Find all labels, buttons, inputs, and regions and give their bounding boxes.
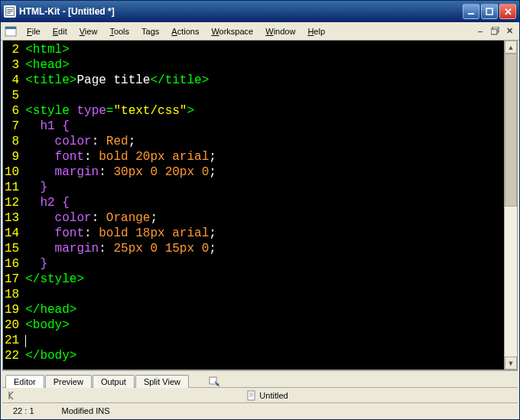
line-number: 2: [5, 42, 19, 57]
close-button[interactable]: ✕: [499, 4, 516, 19]
code-line[interactable]: [25, 333, 501, 348]
line-number: 6: [5, 103, 19, 119]
svg-rect-1: [468, 13, 474, 15]
tab-editor[interactable]: Editor: [5, 375, 44, 388]
code-line[interactable]: font: bold 20px arial;: [25, 149, 501, 164]
mdi-restore-button[interactable]: [488, 25, 502, 37]
line-number: 5: [5, 88, 19, 103]
scroll-track[interactable]: [505, 54, 517, 357]
code-line[interactable]: }: [25, 256, 501, 272]
line-number: 20: [5, 317, 19, 333]
tab-preview[interactable]: Preview: [45, 375, 92, 388]
scroll-down-button[interactable]: ▼: [505, 357, 517, 370]
scroll-up-button[interactable]: ▲: [505, 41, 517, 54]
code-line[interactable]: color: Orange;: [25, 210, 501, 226]
code-line[interactable]: [25, 88, 501, 103]
line-number: 17: [5, 272, 19, 287]
docbar-prev-button[interactable]: [2, 390, 18, 401]
minimize-button[interactable]: [463, 4, 479, 19]
app-icon: [4, 5, 16, 18]
code-line[interactable]: <html>: [25, 42, 501, 57]
document-bar: Untitled: [2, 387, 518, 402]
svg-rect-6: [491, 29, 497, 34]
menu-workspace[interactable]: Workspace: [205, 24, 259, 38]
code-line[interactable]: h2 {: [25, 195, 501, 210]
document-icon: [247, 390, 256, 401]
window-buttons: ✕: [463, 4, 516, 19]
code-line[interactable]: }: [25, 180, 501, 195]
code-line[interactable]: font: bold 18px arial;: [25, 226, 501, 241]
menu-help[interactable]: Help: [301, 24, 331, 38]
status-mode: Modified INS: [57, 406, 115, 415]
code-line[interactable]: color: Red;: [25, 134, 501, 149]
view-tabs: EditorPreviewOutputSplit View: [2, 370, 518, 387]
code-editor[interactable]: <html><head><title>Page title</title> <s…: [22, 41, 504, 370]
line-number: 3: [5, 57, 19, 73]
line-number: 8: [5, 134, 19, 149]
line-number: 12: [5, 195, 19, 210]
line-number: 19: [5, 302, 19, 317]
menu-edit[interactable]: Edit: [47, 24, 73, 38]
menu-view[interactable]: View: [73, 24, 104, 38]
code-line[interactable]: </head>: [25, 302, 501, 317]
document-title[interactable]: Untitled: [18, 390, 518, 401]
line-number: 14: [5, 226, 19, 241]
line-number: 21: [5, 333, 19, 348]
menu-tools[interactable]: Tools: [103, 24, 135, 38]
line-number: 11: [5, 180, 19, 195]
line-number: 16: [5, 256, 19, 272]
mdi-minimize-button[interactable]: –: [473, 25, 487, 37]
document-title-text: Untitled: [259, 391, 288, 400]
line-gutter: 2345678910111213141516171819202122: [3, 41, 22, 370]
mdi-close-button[interactable]: ✕: [502, 25, 516, 37]
code-line[interactable]: <head>: [25, 57, 501, 73]
code-line[interactable]: [25, 287, 501, 302]
editor-area: 2345678910111213141516171819202122 <html…: [2, 41, 518, 370]
menu-window[interactable]: Window: [259, 24, 301, 38]
code-line[interactable]: h1 {: [25, 119, 501, 134]
code-line[interactable]: <title>Page title</title>: [25, 73, 501, 88]
line-number: 15: [5, 241, 19, 256]
menu-file[interactable]: File: [21, 24, 47, 38]
code-line[interactable]: margin: 30px 0 20px 0;: [25, 164, 501, 180]
vertical-scrollbar[interactable]: ▲ ▼: [504, 41, 517, 370]
maximize-button[interactable]: [481, 4, 498, 19]
svg-rect-4: [5, 27, 16, 29]
code-line[interactable]: <body>: [25, 317, 501, 333]
svg-rect-2: [486, 8, 492, 15]
app-window: HTML-Kit - [Untitled *] ✕ FileEditViewTo…: [0, 0, 520, 420]
menu-actions[interactable]: Actions: [165, 24, 205, 38]
menu-tags[interactable]: Tags: [135, 24, 165, 38]
code-line[interactable]: <style type="text/css">: [25, 103, 501, 119]
svg-rect-8: [248, 391, 255, 400]
code-line[interactable]: </style>: [25, 272, 501, 287]
status-position: 22 : 1: [8, 406, 39, 415]
code-line[interactable]: margin: 25px 0 15px 0;: [25, 241, 501, 256]
code-line[interactable]: </body>: [25, 348, 501, 363]
menu-app-icon[interactable]: [4, 24, 18, 38]
line-number: 10: [5, 164, 19, 180]
statusbar: 22 : 1 Modified INS: [2, 402, 518, 418]
line-number: 13: [5, 210, 19, 226]
titlebar[interactable]: HTML-Kit - [Untitled *] ✕: [1, 1, 519, 22]
line-number: 4: [5, 73, 19, 88]
line-number: 18: [5, 287, 19, 302]
line-number: 9: [5, 149, 19, 164]
tab-output[interactable]: Output: [93, 375, 135, 388]
line-number: 22: [5, 348, 19, 363]
scroll-thumb[interactable]: [505, 54, 517, 207]
window-title: HTML-Kit - [Untitled *]: [19, 6, 463, 17]
tab-tool-icon[interactable]: [208, 375, 220, 387]
tab-split-view[interactable]: Split View: [135, 375, 189, 388]
svg-rect-7: [210, 377, 216, 384]
line-number: 7: [5, 119, 19, 134]
menubar: FileEditViewToolsTagsActionsWorkspaceWin…: [1, 22, 519, 41]
